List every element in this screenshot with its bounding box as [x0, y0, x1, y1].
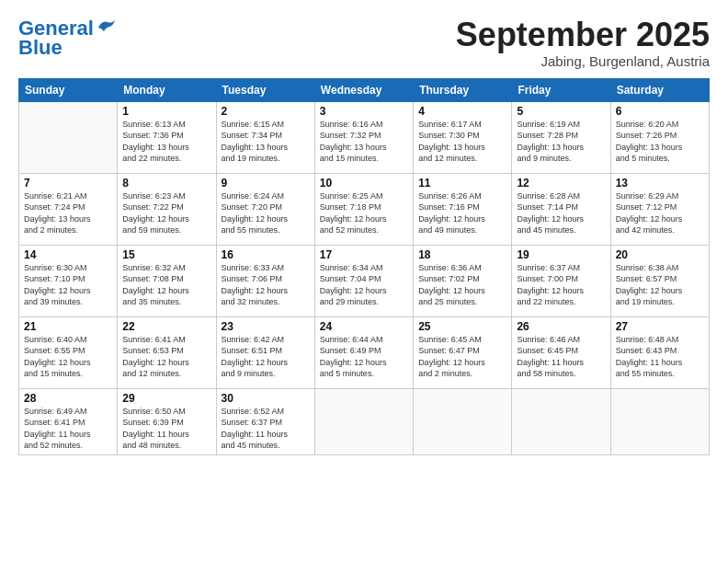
day-number: 10 — [320, 177, 408, 190]
day-number: 18 — [418, 248, 506, 261]
logo-blue: Blue — [18, 39, 117, 57]
day-info: Sunrise: 6:30 AM Sunset: 7:10 PM Dayligh… — [24, 262, 112, 308]
day-info: Sunrise: 6:28 AM Sunset: 7:14 PM Dayligh… — [517, 190, 605, 236]
table-row: 21Sunrise: 6:40 AM Sunset: 6:55 PM Dayli… — [19, 316, 118, 388]
month-title: September 2025 — [456, 17, 710, 53]
weekday-header-row: Sunday Monday Tuesday Wednesday Thursday… — [19, 78, 710, 101]
table-row: 10Sunrise: 6:25 AM Sunset: 7:18 PM Dayli… — [314, 173, 413, 245]
day-info: Sunrise: 6:34 AM Sunset: 7:04 PM Dayligh… — [320, 262, 408, 308]
table-row — [610, 388, 709, 454]
day-number: 29 — [122, 392, 210, 405]
day-info: Sunrise: 6:37 AM Sunset: 7:00 PM Dayligh… — [517, 262, 605, 308]
table-row: 19Sunrise: 6:37 AM Sunset: 7:00 PM Dayli… — [512, 245, 610, 316]
day-info: Sunrise: 6:38 AM Sunset: 6:57 PM Dayligh… — [616, 262, 704, 308]
day-number: 9 — [222, 177, 310, 190]
table-row: 12Sunrise: 6:28 AM Sunset: 7:14 PM Dayli… — [512, 173, 610, 245]
day-number: 1 — [122, 105, 210, 118]
day-number: 30 — [222, 392, 310, 405]
day-number: 24 — [320, 320, 408, 333]
table-row: 27Sunrise: 6:48 AM Sunset: 6:43 PM Dayli… — [610, 316, 709, 388]
day-number: 7 — [24, 177, 112, 190]
day-info: Sunrise: 6:44 AM Sunset: 6:49 PM Dayligh… — [320, 334, 408, 380]
day-number: 26 — [517, 320, 605, 333]
day-info: Sunrise: 6:42 AM Sunset: 6:51 PM Dayligh… — [222, 334, 310, 380]
table-row: 5Sunrise: 6:19 AM Sunset: 7:28 PM Daylig… — [512, 101, 610, 173]
day-info: Sunrise: 6:21 AM Sunset: 7:24 PM Dayligh… — [24, 190, 112, 236]
day-info: Sunrise: 6:40 AM Sunset: 6:55 PM Dayligh… — [24, 334, 112, 380]
day-info: Sunrise: 6:20 AM Sunset: 7:26 PM Dayligh… — [616, 119, 704, 165]
table-row: 24Sunrise: 6:44 AM Sunset: 6:49 PM Dayli… — [314, 316, 413, 388]
table-row: 18Sunrise: 6:36 AM Sunset: 7:02 PM Dayli… — [414, 245, 512, 316]
table-row: 9Sunrise: 6:24 AM Sunset: 7:20 PM Daylig… — [216, 173, 314, 245]
table-row — [19, 101, 118, 173]
day-info: Sunrise: 6:49 AM Sunset: 6:41 PM Dayligh… — [24, 406, 112, 452]
table-row: 7Sunrise: 6:21 AM Sunset: 7:24 PM Daylig… — [19, 173, 118, 245]
day-number: 11 — [418, 177, 506, 190]
header-friday: Friday — [512, 78, 610, 101]
day-number: 17 — [320, 248, 408, 261]
day-info: Sunrise: 6:23 AM Sunset: 7:22 PM Dayligh… — [122, 190, 210, 236]
day-number: 20 — [616, 248, 704, 261]
day-info: Sunrise: 6:24 AM Sunset: 7:20 PM Dayligh… — [222, 190, 310, 236]
day-info: Sunrise: 6:50 AM Sunset: 6:39 PM Dayligh… — [122, 406, 210, 452]
table-row: 4Sunrise: 6:17 AM Sunset: 7:30 PM Daylig… — [414, 101, 512, 173]
day-info: Sunrise: 6:46 AM Sunset: 6:45 PM Dayligh… — [517, 334, 605, 380]
location-subtitle: Jabing, Burgenland, Austria — [456, 53, 710, 69]
day-number: 16 — [222, 248, 310, 261]
day-info: Sunrise: 6:52 AM Sunset: 6:37 PM Dayligh… — [222, 406, 310, 452]
table-row: 28Sunrise: 6:49 AM Sunset: 6:41 PM Dayli… — [19, 388, 118, 454]
day-number: 14 — [24, 248, 112, 261]
table-row: 3Sunrise: 6:16 AM Sunset: 7:32 PM Daylig… — [314, 101, 413, 173]
table-row: 2Sunrise: 6:15 AM Sunset: 7:34 PM Daylig… — [216, 101, 314, 173]
day-number: 6 — [616, 105, 704, 118]
title-section: September 2025 Jabing, Burgenland, Austr… — [456, 17, 710, 69]
table-row: 16Sunrise: 6:33 AM Sunset: 7:06 PM Dayli… — [216, 245, 314, 316]
day-info: Sunrise: 6:25 AM Sunset: 7:18 PM Dayligh… — [320, 190, 408, 236]
day-number: 15 — [122, 248, 210, 261]
day-number: 5 — [517, 105, 605, 118]
day-number: 22 — [122, 320, 210, 333]
day-number: 2 — [222, 105, 310, 118]
table-row: 8Sunrise: 6:23 AM Sunset: 7:22 PM Daylig… — [118, 173, 216, 245]
table-row — [512, 388, 610, 454]
header-sunday: Sunday — [19, 78, 118, 101]
day-number: 19 — [517, 248, 605, 261]
day-number: 27 — [616, 320, 704, 333]
header: General Blue September 2025 Jabing, Burg… — [18, 17, 710, 69]
header-saturday: Saturday — [610, 78, 709, 101]
table-row: 22Sunrise: 6:41 AM Sunset: 6:53 PM Dayli… — [118, 316, 216, 388]
day-info: Sunrise: 6:45 AM Sunset: 6:47 PM Dayligh… — [418, 334, 506, 380]
day-info: Sunrise: 6:29 AM Sunset: 7:12 PM Dayligh… — [616, 190, 704, 236]
logo: General Blue — [18, 17, 117, 57]
day-number: 21 — [24, 320, 112, 333]
day-info: Sunrise: 6:36 AM Sunset: 7:02 PM Dayligh… — [418, 262, 506, 308]
table-row: 29Sunrise: 6:50 AM Sunset: 6:39 PM Dayli… — [118, 388, 216, 454]
table-row — [414, 388, 512, 454]
calendar: Sunday Monday Tuesday Wednesday Thursday… — [18, 78, 710, 455]
day-info: Sunrise: 6:33 AM Sunset: 7:06 PM Dayligh… — [222, 262, 310, 308]
table-row: 26Sunrise: 6:46 AM Sunset: 6:45 PM Dayli… — [512, 316, 610, 388]
day-number: 23 — [222, 320, 310, 333]
day-info: Sunrise: 6:48 AM Sunset: 6:43 PM Dayligh… — [616, 334, 704, 380]
day-info: Sunrise: 6:16 AM Sunset: 7:32 PM Dayligh… — [320, 119, 408, 165]
table-row: 17Sunrise: 6:34 AM Sunset: 7:04 PM Dayli… — [314, 245, 413, 316]
day-info: Sunrise: 6:19 AM Sunset: 7:28 PM Dayligh… — [517, 119, 605, 165]
table-row: 14Sunrise: 6:30 AM Sunset: 7:10 PM Dayli… — [19, 245, 118, 316]
day-info: Sunrise: 6:41 AM Sunset: 6:53 PM Dayligh… — [122, 334, 210, 380]
day-number: 8 — [122, 177, 210, 190]
table-row: 11Sunrise: 6:26 AM Sunset: 7:16 PM Dayli… — [414, 173, 512, 245]
table-row: 30Sunrise: 6:52 AM Sunset: 6:37 PM Dayli… — [216, 388, 314, 454]
logo-bird-icon — [97, 18, 117, 35]
day-number: 28 — [24, 392, 112, 405]
header-monday: Monday — [118, 78, 216, 101]
table-row: 23Sunrise: 6:42 AM Sunset: 6:51 PM Dayli… — [216, 316, 314, 388]
table-row: 13Sunrise: 6:29 AM Sunset: 7:12 PM Dayli… — [610, 173, 709, 245]
day-number: 13 — [616, 177, 704, 190]
day-number: 4 — [418, 105, 506, 118]
header-wednesday: Wednesday — [314, 78, 413, 101]
table-row: 15Sunrise: 6:32 AM Sunset: 7:08 PM Dayli… — [118, 245, 216, 316]
day-info: Sunrise: 6:26 AM Sunset: 7:16 PM Dayligh… — [418, 190, 506, 236]
day-number: 12 — [517, 177, 605, 190]
table-row: 1Sunrise: 6:13 AM Sunset: 7:36 PM Daylig… — [118, 101, 216, 173]
header-tuesday: Tuesday — [216, 78, 314, 101]
